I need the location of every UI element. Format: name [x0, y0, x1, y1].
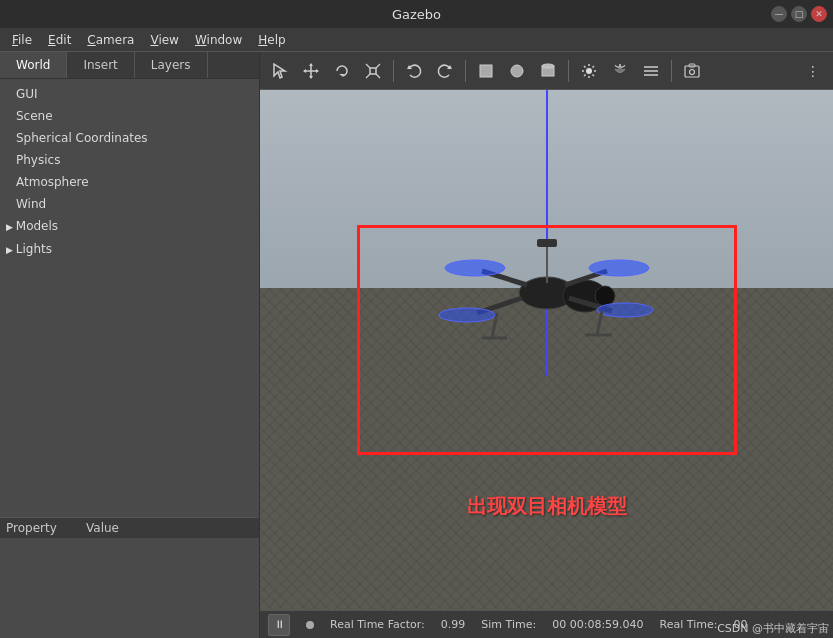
svg-line-26: [584, 74, 586, 76]
separator-1: [393, 60, 394, 82]
svg-rect-33: [685, 66, 699, 77]
maximize-button[interactable]: □: [791, 6, 807, 22]
left-panel: World Insert Layers GUI Scene Spherical …: [0, 52, 260, 638]
tree-item-spherical-coordinates[interactable]: Spherical Coordinates: [0, 127, 259, 149]
real-time-factor-value: 0.99: [441, 618, 466, 631]
svg-line-23: [584, 66, 586, 68]
separator-3: [568, 60, 569, 82]
svg-marker-2: [309, 63, 313, 66]
pause-button[interactable]: ⏸: [268, 614, 290, 636]
window-title: Gazebo: [392, 7, 441, 22]
separator-4: [671, 60, 672, 82]
property-header: Property Value: [0, 518, 259, 538]
close-button[interactable]: ✕: [811, 6, 827, 22]
tree-item-physics[interactable]: Physics: [0, 149, 259, 171]
svg-marker-4: [303, 69, 306, 73]
svg-line-24: [593, 74, 595, 76]
scale-tool-button[interactable]: [359, 57, 387, 85]
select-tool-button[interactable]: [266, 57, 294, 85]
menu-window[interactable]: Window: [187, 31, 250, 49]
toolbar: ⋮: [260, 52, 833, 90]
viewport-area: ⋮: [260, 52, 833, 638]
tab-layers[interactable]: Layers: [135, 52, 208, 78]
menu-file[interactable]: File: [4, 31, 40, 49]
tree-item-gui[interactable]: GUI: [0, 83, 259, 105]
selection-box: [357, 225, 737, 455]
tree-item-scene[interactable]: Scene: [0, 105, 259, 127]
svg-line-25: [593, 66, 595, 68]
svg-marker-3: [309, 76, 313, 79]
svg-line-28: [615, 65, 617, 67]
tree-item-lights[interactable]: Lights: [0, 238, 259, 261]
undo-button[interactable]: [400, 57, 428, 85]
property-panel: Property Value: [0, 517, 259, 638]
real-time-factor-label: Real Time Factor:: [330, 618, 425, 631]
world-tree: GUI Scene Spherical Coordinates Physics …: [0, 79, 259, 517]
svg-line-29: [624, 65, 626, 67]
svg-point-15: [511, 65, 523, 77]
overlay-text: 出现双目相机模型: [467, 493, 627, 520]
menu-view[interactable]: View: [142, 31, 186, 49]
separator-2: [465, 60, 466, 82]
window-controls: — □ ✕: [771, 6, 827, 22]
svg-line-11: [376, 74, 380, 78]
more-options-button[interactable]: ⋮: [799, 57, 827, 85]
sim-time-value: 00 00:08:59.040: [552, 618, 643, 631]
spot-light-button[interactable]: [606, 57, 634, 85]
menu-camera[interactable]: Camera: [79, 31, 142, 49]
status-dot: [306, 621, 314, 629]
rotate-tool-button[interactable]: [328, 57, 356, 85]
title-bar: Gazebo — □ ✕: [0, 0, 833, 28]
svg-point-18: [586, 68, 592, 74]
menu-help[interactable]: Help: [250, 31, 293, 49]
svg-rect-7: [370, 68, 376, 74]
viewport[interactable]: 出现双目相机模型: [260, 90, 833, 610]
sphere-shape-button[interactable]: [503, 57, 531, 85]
cylinder-shape-button[interactable]: [534, 57, 562, 85]
redo-button[interactable]: [431, 57, 459, 85]
tab-world[interactable]: World: [0, 52, 67, 78]
tree-item-atmosphere[interactable]: Atmosphere: [0, 171, 259, 193]
main-layout: World Insert Layers GUI Scene Spherical …: [0, 52, 833, 638]
tree-item-models[interactable]: Models: [0, 215, 259, 238]
directional-light-button[interactable]: [637, 57, 665, 85]
tree-item-wind[interactable]: Wind: [0, 193, 259, 215]
screenshot-button[interactable]: [678, 57, 706, 85]
menu-edit[interactable]: Edit: [40, 31, 79, 49]
watermark: CSDN @书中藏着宇宙: [717, 621, 829, 636]
point-light-button[interactable]: [575, 57, 603, 85]
svg-point-35: [690, 69, 695, 74]
svg-line-9: [376, 64, 380, 68]
sim-time-label: Sim Time:: [481, 618, 536, 631]
property-col-value: Value: [86, 521, 119, 535]
real-time-label: Real Time:: [660, 618, 718, 631]
translate-tool-button[interactable]: [297, 57, 325, 85]
minimize-button[interactable]: —: [771, 6, 787, 22]
box-shape-button[interactable]: [472, 57, 500, 85]
svg-marker-5: [316, 69, 319, 73]
svg-rect-14: [480, 65, 492, 77]
svg-point-17: [542, 64, 554, 68]
svg-line-10: [366, 74, 370, 78]
menu-bar: File Edit Camera View Window Help: [0, 28, 833, 52]
property-col-property: Property: [6, 521, 86, 535]
tab-insert[interactable]: Insert: [67, 52, 134, 78]
tab-bar: World Insert Layers: [0, 52, 259, 79]
svg-line-8: [366, 64, 370, 68]
status-dot-container: [306, 621, 314, 629]
